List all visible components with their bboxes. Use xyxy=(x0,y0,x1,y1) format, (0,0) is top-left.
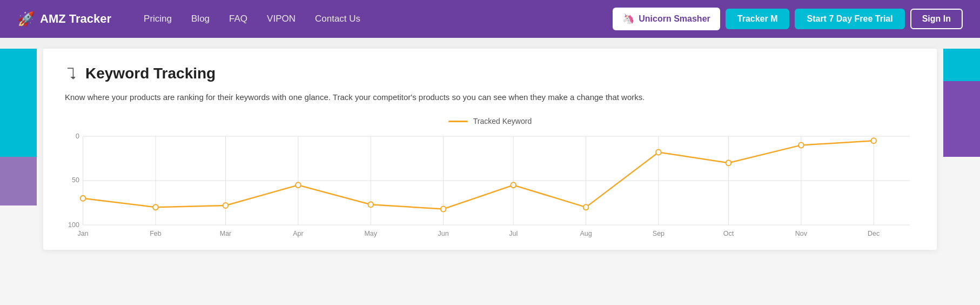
keyword-tracking-chart: 0 50 100 xyxy=(65,131,915,239)
data-point-may xyxy=(368,202,373,207)
legend-line xyxy=(448,121,468,122)
section-title-row: ⮧ Keyword Tracking xyxy=(65,65,915,82)
bg-purple-left xyxy=(0,157,37,205)
bg-teal-left xyxy=(0,49,37,157)
tracker-m-label: Tracker M xyxy=(737,14,778,23)
x-label-oct: Oct xyxy=(723,229,734,237)
data-point-jun xyxy=(441,207,446,212)
signin-label: Sign In xyxy=(922,14,951,23)
x-label-may: May xyxy=(364,229,377,237)
legend-label: Tracked Keyword xyxy=(473,117,532,125)
data-point-jul xyxy=(511,182,516,188)
section-description: Know where your products are ranking for… xyxy=(65,91,767,104)
tracker-m-button[interactable]: Tracker M xyxy=(726,9,790,29)
rocket-icon: 🚀 xyxy=(17,11,35,28)
data-point-nov xyxy=(798,142,804,148)
section-title: Keyword Tracking xyxy=(85,65,216,82)
y-label-0: 0 xyxy=(76,132,79,140)
x-label-jun: Jun xyxy=(438,229,449,237)
x-label-feb: Feb xyxy=(150,229,161,237)
bg-teal-right xyxy=(943,49,980,81)
unicorn-btn-label: Unicorn Smasher xyxy=(639,14,710,24)
x-label-mar: Mar xyxy=(220,229,232,237)
x-label-sep: Sep xyxy=(653,229,664,237)
nav-contact[interactable]: Contact Us xyxy=(315,14,360,24)
data-point-mar xyxy=(223,203,229,208)
unicorn-icon: 🦄 xyxy=(622,13,634,25)
trial-button[interactable]: Start 7 Day Free Trial xyxy=(795,9,904,29)
signin-button[interactable]: Sign In xyxy=(910,9,963,29)
nav-vipon[interactable]: VIPON xyxy=(267,14,296,24)
nav-links: Pricing Blog FAQ VIPON Contact Us xyxy=(144,14,613,24)
y-label-50: 50 xyxy=(72,176,79,184)
x-label-jan: Jan xyxy=(78,229,89,237)
unicorn-smasher-button[interactable]: 🦄 Unicorn Smasher xyxy=(613,8,720,30)
brand-name: AMZ Tracker xyxy=(40,12,111,26)
data-point-apr xyxy=(296,182,301,188)
nav-blog[interactable]: Blog xyxy=(191,14,210,24)
chart-container: 0 50 100 xyxy=(65,131,915,239)
data-point-dec xyxy=(871,138,876,143)
x-label-nov: Nov xyxy=(795,229,808,237)
content-card: ⮧ Keyword Tracking Know where your produ… xyxy=(43,49,937,250)
data-point-feb xyxy=(153,204,158,210)
navbar: 🚀 AMZ Tracker Pricing Blog FAQ VIPON Con… xyxy=(0,0,980,38)
nav-pricing[interactable]: Pricing xyxy=(144,14,172,24)
page-background: ⮧ Keyword Tracking Know where your produ… xyxy=(0,49,980,305)
chart-legend: Tracked Keyword xyxy=(65,117,915,125)
trial-label: Start 7 Day Free Trial xyxy=(807,14,892,23)
data-point-jan xyxy=(80,196,86,201)
data-point-sep xyxy=(656,150,661,155)
data-point-oct xyxy=(726,160,731,165)
chart-line xyxy=(83,141,874,209)
x-label-dec: Dec xyxy=(868,229,880,237)
data-point-aug xyxy=(583,204,589,210)
y-label-100: 100 xyxy=(68,221,79,229)
chart-icon: ⮧ xyxy=(65,65,79,82)
bg-purple-right xyxy=(943,81,980,157)
brand-logo[interactable]: 🚀 AMZ Tracker xyxy=(17,11,111,28)
x-label-aug: Aug xyxy=(580,229,592,237)
x-label-jul: Jul xyxy=(509,229,518,237)
x-label-apr: Apr xyxy=(293,229,304,237)
nav-faq[interactable]: FAQ xyxy=(229,14,247,24)
